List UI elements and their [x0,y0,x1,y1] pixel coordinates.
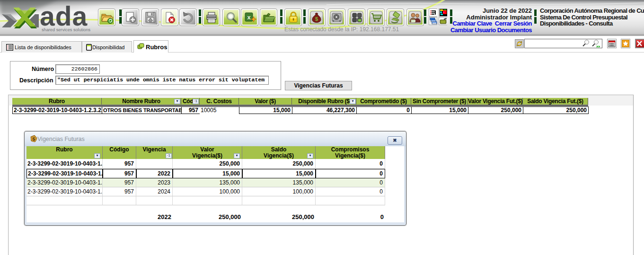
svg-text:$: $ [33,136,35,141]
